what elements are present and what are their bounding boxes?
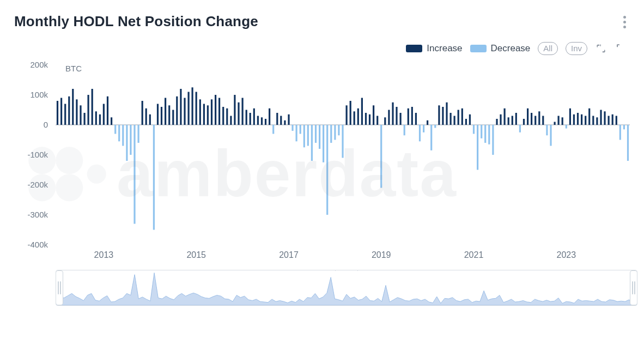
- svg-rect-91: [342, 125, 343, 158]
- svg-rect-26: [92, 89, 93, 125]
- zoom-select-icon[interactable]: [595, 43, 607, 55]
- svg-rect-70: [261, 117, 263, 125]
- svg-rect-81: [303, 125, 305, 147]
- svg-rect-97: [365, 113, 367, 125]
- svg-rect-129: [488, 125, 490, 144]
- svg-rect-152: [577, 113, 579, 125]
- svg-rect-163: [619, 125, 621, 140]
- svg-rect-41: [149, 114, 151, 125]
- svg-rect-157: [596, 117, 598, 125]
- svg-rect-117: [442, 107, 443, 125]
- svg-rect-160: [608, 116, 610, 125]
- chart-card: Monthly HODL Net Position Change Increas…: [0, 0, 644, 338]
- legend-increase[interactable]: Increase: [406, 43, 462, 54]
- reset-zoom-icon[interactable]: [615, 43, 627, 55]
- svg-rect-67: [250, 113, 251, 125]
- svg-rect-113: [427, 120, 428, 125]
- svg-text:2015: 2015: [186, 250, 206, 259]
- svg-rect-79: [296, 125, 297, 141]
- svg-rect-69: [257, 116, 259, 125]
- svg-rect-85: [319, 125, 320, 149]
- svg-rect-165: [627, 125, 629, 161]
- legend-decrease[interactable]: Decrease: [470, 43, 531, 54]
- svg-rect-144: [546, 125, 548, 135]
- svg-rect-75: [280, 116, 282, 125]
- svg-rect-98: [369, 114, 370, 125]
- svg-rect-118: [446, 102, 447, 125]
- svg-rect-19: [64, 104, 66, 125]
- svg-rect-86: [323, 125, 324, 162]
- svg-text:2021: 2021: [464, 250, 484, 259]
- svg-rect-102: [384, 117, 386, 125]
- svg-rect-110: [415, 113, 417, 125]
- legend-label-decrease: Decrease: [491, 43, 531, 54]
- svg-text:100k: 100k: [30, 90, 48, 99]
- svg-rect-65: [242, 98, 244, 125]
- svg-rect-74: [276, 113, 278, 125]
- svg-rect-87: [326, 125, 328, 215]
- svg-rect-23: [80, 105, 81, 125]
- svg-rect-120: [454, 116, 455, 125]
- svg-rect-151: [573, 114, 575, 125]
- bar-chart[interactable]: BTC200k100k0-100k-200k-300k-400k20132015…: [9, 59, 635, 261]
- svg-rect-99: [373, 105, 374, 125]
- svg-rect-148: [562, 117, 563, 125]
- svg-rect-22: [76, 99, 77, 125]
- svg-rect-121: [458, 110, 459, 125]
- svg-rect-64: [238, 102, 239, 125]
- toolbar: Increase Decrease All Inv: [9, 42, 627, 55]
- svg-rect-93: [350, 101, 351, 125]
- filter-all-chip[interactable]: All: [538, 42, 558, 55]
- svg-rect-145: [550, 125, 551, 146]
- svg-rect-156: [592, 116, 594, 125]
- svg-rect-80: [300, 125, 301, 134]
- brush-handle-left[interactable]: [56, 270, 63, 305]
- svg-rect-146: [554, 122, 556, 125]
- svg-rect-94: [354, 111, 355, 125]
- svg-rect-21: [72, 89, 74, 125]
- svg-rect-105: [396, 107, 397, 125]
- svg-rect-134: [508, 117, 509, 125]
- svg-rect-48: [176, 96, 178, 125]
- svg-rect-124: [469, 114, 471, 125]
- svg-rect-78: [291, 125, 293, 131]
- brush-handle-right[interactable]: [630, 270, 637, 305]
- svg-rect-51: [188, 92, 190, 125]
- svg-rect-116: [438, 105, 440, 125]
- svg-rect-122: [461, 108, 463, 125]
- svg-rect-61: [226, 108, 228, 125]
- svg-rect-34: [122, 125, 124, 146]
- filter-inv-chip[interactable]: Inv: [566, 42, 587, 55]
- svg-rect-43: [157, 104, 159, 125]
- svg-rect-159: [604, 111, 605, 125]
- svg-rect-32: [114, 125, 116, 134]
- svg-rect-154: [585, 116, 586, 125]
- svg-rect-57: [211, 99, 212, 125]
- svg-rect-155: [588, 108, 590, 125]
- svg-rect-39: [142, 101, 143, 125]
- svg-rect-125: [473, 125, 475, 134]
- svg-rect-20: [68, 96, 70, 125]
- svg-text:2019: 2019: [372, 250, 391, 259]
- svg-rect-52: [192, 87, 193, 125]
- svg-rect-101: [380, 125, 382, 188]
- svg-rect-55: [203, 104, 205, 125]
- svg-rect-143: [542, 116, 544, 125]
- more-menu-button[interactable]: [618, 15, 631, 28]
- svg-rect-141: [534, 116, 536, 125]
- svg-rect-53: [196, 92, 197, 125]
- svg-rect-37: [133, 125, 135, 224]
- svg-rect-161: [612, 114, 613, 125]
- legend-swatch-decrease: [470, 45, 487, 52]
- svg-rect-73: [272, 125, 274, 134]
- svg-rect-31: [111, 117, 112, 125]
- svg-rect-83: [311, 125, 313, 161]
- svg-rect-104: [392, 102, 393, 125]
- range-brush[interactable]: [56, 270, 637, 306]
- svg-rect-138: [523, 119, 525, 125]
- svg-rect-107: [404, 125, 405, 135]
- svg-rect-90: [338, 125, 339, 135]
- svg-rect-88: [330, 125, 332, 143]
- svg-text:-200k: -200k: [27, 180, 48, 189]
- svg-rect-147: [558, 116, 560, 125]
